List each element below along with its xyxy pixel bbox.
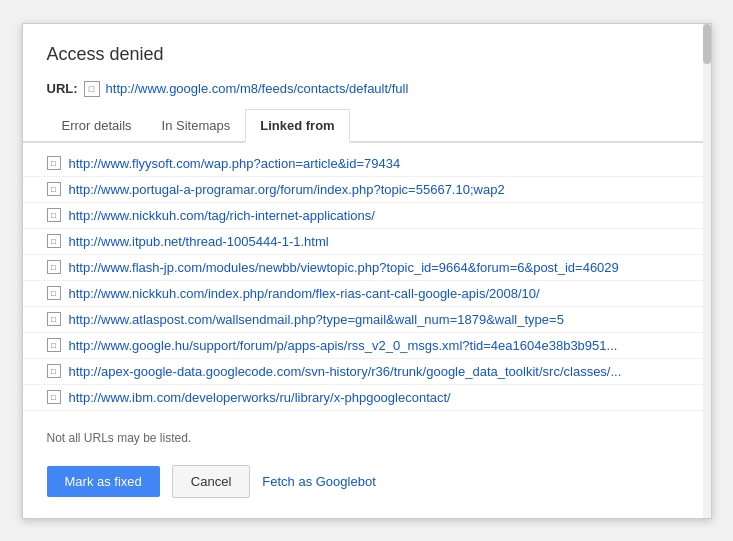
link-url[interactable]: http://www.itpub.net/thread-1005444-1-1.… (69, 234, 329, 249)
url-icon: □ (84, 81, 100, 97)
scrollbar-track (703, 24, 711, 518)
link-url[interactable]: http://www.flyysoft.com/wap.php?action=a… (69, 156, 401, 171)
link-icon: □ (47, 364, 61, 378)
link-icon: □ (47, 390, 61, 404)
list-item: □ http://www.flash-jp.com/modules/newbb/… (23, 255, 711, 281)
tab-linked-from[interactable]: Linked from (245, 109, 349, 143)
tabs: Error details In Sitemaps Linked from (23, 109, 711, 143)
fetch-as-googlebot-button[interactable]: Fetch as Googlebot (262, 474, 375, 489)
link-url[interactable]: http://www.flash-jp.com/modules/newbb/vi… (69, 260, 619, 275)
link-icon: □ (47, 260, 61, 274)
links-list: □ http://www.flyysoft.com/wap.php?action… (23, 143, 711, 419)
list-item: □ http://www.flyysoft.com/wap.php?action… (23, 151, 711, 177)
link-url[interactable]: http://www.ibm.com/developerworks/ru/lib… (69, 390, 451, 405)
link-icon: □ (47, 286, 61, 300)
link-icon: □ (47, 156, 61, 170)
dialog-title: Access denied (23, 24, 711, 81)
tab-error-details[interactable]: Error details (47, 109, 147, 143)
link-icon: □ (47, 338, 61, 352)
link-icon: □ (47, 182, 61, 196)
list-item: □ http://www.ibm.com/developerworks/ru/l… (23, 385, 711, 411)
cancel-button[interactable]: Cancel (172, 465, 250, 498)
actions: Mark as fixed Cancel Fetch as Googlebot (23, 451, 711, 518)
mark-as-fixed-button[interactable]: Mark as fixed (47, 466, 160, 497)
list-item: □ http://www.itpub.net/thread-1005444-1-… (23, 229, 711, 255)
scrollbar-thumb[interactable] (703, 24, 711, 64)
url-link[interactable]: http://www.google.com/m8/feeds/contacts/… (106, 81, 409, 96)
list-item: □ http://www.nickkuh.com/index.php/rando… (23, 281, 711, 307)
link-url[interactable]: http://www.portugal-a-programar.org/foru… (69, 182, 505, 197)
tab-in-sitemaps[interactable]: In Sitemaps (147, 109, 246, 143)
link-icon: □ (47, 312, 61, 326)
link-icon: □ (47, 208, 61, 222)
link-icon: □ (47, 234, 61, 248)
list-item: □ http://apex-google-data.googlecode.com… (23, 359, 711, 385)
note: Not all URLs may be listed. (23, 419, 711, 451)
link-url[interactable]: http://www.google.hu/support/forum/p/app… (69, 338, 618, 353)
list-item: □ http://www.nickkuh.com/tag/rich-intern… (23, 203, 711, 229)
list-item: □ http://www.portugal-a-programar.org/fo… (23, 177, 711, 203)
dialog: Access denied URL: □ http://www.google.c… (22, 23, 712, 519)
url-label: URL: (47, 81, 78, 96)
list-item: □ http://www.google.hu/support/forum/p/a… (23, 333, 711, 359)
link-url[interactable]: http://www.atlaspost.com/wallsendmail.ph… (69, 312, 564, 327)
list-item: □ http://www.atlaspost.com/wallsendmail.… (23, 307, 711, 333)
link-url[interactable]: http://apex-google-data.googlecode.com/s… (69, 364, 622, 379)
url-row: URL: □ http://www.google.com/m8/feeds/co… (23, 81, 711, 109)
link-url[interactable]: http://www.nickkuh.com/tag/rich-internet… (69, 208, 375, 223)
link-url[interactable]: http://www.nickkuh.com/index.php/random/… (69, 286, 540, 301)
